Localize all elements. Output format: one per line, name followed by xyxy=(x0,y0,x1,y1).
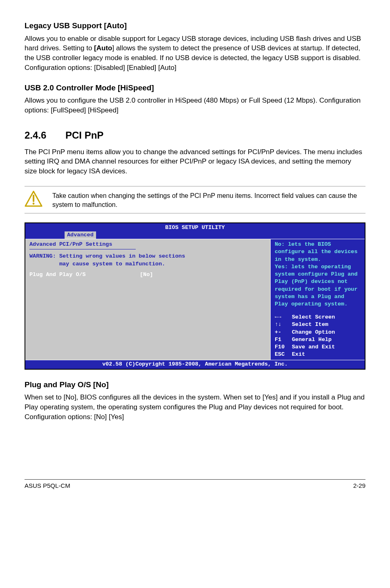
key-label: Save and Exit xyxy=(292,343,335,351)
bios-help-text: No: lets the BIOS configure all the devi… xyxy=(275,241,361,308)
key-label: General Help xyxy=(292,336,332,343)
section-number: 2.4.6 xyxy=(25,128,65,142)
bios-setting-row: Plug And Play O/S [No] xyxy=(29,271,266,278)
key-plusminus: +- xyxy=(275,329,292,336)
warning-icon xyxy=(25,190,43,210)
footer-page-number: 2-29 xyxy=(353,481,365,490)
heading-legacy-usb: Legacy USB Support [Auto] xyxy=(25,20,365,31)
paragraph-legacy-usb: Allows you to enable or disable support … xyxy=(25,34,365,73)
key-arrows-ud-icon: ↑↓ xyxy=(275,321,292,328)
caution-text: Take caution when changing the settings … xyxy=(52,190,365,210)
caution-box: Take caution when changing the settings … xyxy=(25,186,365,213)
paragraph-plug-and-play: When set to [No], BIOS configures all th… xyxy=(25,393,365,422)
section-heading: 2.4.6PCI PnP xyxy=(25,128,365,142)
paragraph-pci-pnp-intro: The PCI PnP menu items allow you to chan… xyxy=(25,147,365,176)
bios-warning-line2: may cause system to malfunction. xyxy=(29,260,266,268)
heading-plug-and-play: Plug and Play O/S [No] xyxy=(25,379,365,391)
key-label: Select Screen xyxy=(292,314,335,321)
paragraph-usb-controller-mode: Allows you to configure the USB 2.0 cont… xyxy=(25,96,365,115)
bios-copyright: v02.58 (C)Copyright 1985-2008, American … xyxy=(25,360,365,368)
key-label: Select Item xyxy=(292,321,328,328)
bios-tab-row: Advanced xyxy=(25,231,365,239)
heading-usb-controller-mode: USB 2.0 Controller Mode [HiSpeed] xyxy=(25,83,365,94)
bios-right-panel: No: lets the BIOS configure all the devi… xyxy=(271,239,365,360)
bios-tab-advanced: Advanced xyxy=(65,231,96,239)
bios-setting-label: Plug And Play O/S xyxy=(29,271,140,278)
bios-left-panel: Advanced PCI/PnP Settings WARNING: Setti… xyxy=(25,239,271,360)
key-f10: F10 xyxy=(275,343,292,351)
section-title: PCI PnP xyxy=(65,130,103,141)
key-label: Exit xyxy=(292,351,305,358)
key-esc: ESC xyxy=(275,351,292,358)
svg-point-2 xyxy=(33,203,35,205)
page-footer: ASUS P5QL-CM 2-29 xyxy=(25,480,365,490)
bios-title: BIOS SETUP UTILITY xyxy=(25,223,365,231)
bios-key-legend: ←→Select Screen ↑↓Select Item +-Change O… xyxy=(275,314,361,358)
key-arrows-lr-icon: ←→ xyxy=(275,314,292,321)
key-f1: F1 xyxy=(275,336,292,343)
key-label: Change Option xyxy=(292,329,335,336)
bios-screenshot: BIOS SETUP UTILITY Advanced Advanced PCI… xyxy=(25,222,365,370)
footer-product: ASUS P5QL-CM xyxy=(25,481,70,490)
bios-setting-value: [No] xyxy=(140,271,153,278)
bios-panel-heading: Advanced PCI/PnP Settings xyxy=(29,241,266,248)
bios-warning-line1: WARNING: Setting wrong values in below s… xyxy=(29,253,266,260)
